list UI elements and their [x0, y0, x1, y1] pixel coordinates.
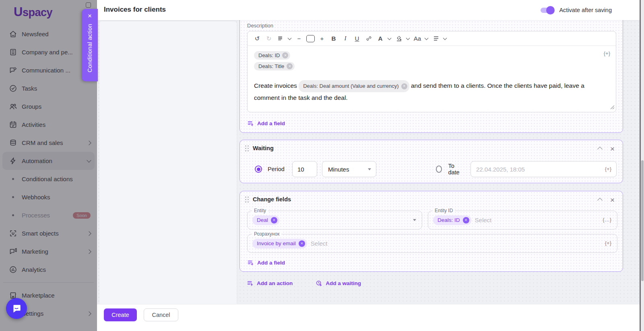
- insert-variable-token[interactable]: {…}: [603, 217, 611, 223]
- chat-widget-button[interactable]: [6, 298, 27, 319]
- toggle-knob: [546, 6, 555, 14]
- chevron-down-icon[interactable]: [443, 36, 447, 40]
- panel-footer: Create Cancel: [97, 304, 640, 331]
- add-field-icon: [247, 259, 254, 266]
- period-input[interactable]: [292, 161, 317, 177]
- app-root: Uspacy Newsfeed Company and pe... Commun…: [0, 0, 644, 331]
- add-waiting-button[interactable]: Add a waiting: [316, 280, 361, 287]
- close-card-button[interactable]: ×: [610, 145, 615, 153]
- tab-label: Conditional action: [87, 24, 93, 72]
- chip-label: Invoice by email: [257, 240, 296, 246]
- rich-text-editor[interactable]: ↺ ↻ − + B I U A: [247, 31, 616, 112]
- chevron-down-icon[interactable]: [406, 36, 410, 40]
- collapse-button[interactable]: [598, 145, 602, 151]
- add-field-label: Add a field: [257, 260, 285, 266]
- add-field-button[interactable]: Add a field: [247, 259, 285, 266]
- close-icon[interactable]: ×: [88, 12, 92, 21]
- chip-label: Deals: ID: [438, 217, 460, 223]
- create-button[interactable]: Create: [104, 308, 137, 321]
- link-icon[interactable]: [364, 33, 373, 44]
- list-icon[interactable]: [431, 33, 440, 44]
- text-case-button[interactable]: Aa: [413, 33, 422, 44]
- chevron-down-icon[interactable]: [425, 36, 429, 40]
- waiting-card: Waiting × Period Minutes: [239, 140, 623, 183]
- entity-id-chip[interactable]: Deals: ID×: [433, 215, 471, 225]
- to-date-radio[interactable]: [436, 166, 442, 173]
- undo-icon[interactable]: ↺: [253, 33, 262, 44]
- underline-button[interactable]: U: [353, 33, 361, 44]
- chip-label: Deals: Deal amount (Value and currency): [303, 81, 399, 91]
- change-fields-card: Change fields × Entity Deal× Entity ID D…: [239, 191, 623, 272]
- minus-button[interactable]: −: [295, 33, 303, 44]
- editor-content[interactable]: {+} Deals: ID× Deals: Title× Create invo…: [248, 46, 616, 112]
- resize-handle[interactable]: [610, 104, 615, 111]
- insert-variable-token[interactable]: {+}: [605, 166, 611, 172]
- add-action-button[interactable]: Add an action: [247, 280, 293, 287]
- chevron-down-icon[interactable]: [288, 36, 292, 40]
- drag-handle-icon[interactable]: [245, 197, 249, 203]
- calculation-chip[interactable]: Invoice by email×: [252, 239, 307, 248]
- chevron-down-icon[interactable]: [388, 36, 392, 40]
- select-caret-icon: [413, 219, 416, 221]
- to-date-label: To date: [448, 163, 464, 176]
- add-action-label: Add an action: [257, 280, 293, 286]
- add-field-button[interactable]: Add a field: [247, 120, 285, 127]
- paragraph-text: Create invoices: [254, 82, 299, 89]
- close-card-button[interactable]: ×: [610, 197, 615, 204]
- editor-paragraph: Create invoices Deals: Deal amount (Valu…: [254, 80, 609, 104]
- page-title: Invoices for clients: [104, 6, 166, 14]
- highlight-icon[interactable]: [394, 33, 403, 44]
- insert-variable-token[interactable]: {+}: [605, 240, 611, 246]
- drag-handle-icon[interactable]: [245, 145, 249, 151]
- conditions-blank-panel: [99, 21, 237, 304]
- period-radio[interactable]: [255, 166, 262, 173]
- redo-icon[interactable]: ↻: [264, 33, 273, 44]
- unit-value: Minutes: [328, 166, 349, 173]
- add-field-icon: [247, 120, 254, 127]
- scrollbar-thumb[interactable]: [641, 160, 644, 281]
- entity-id-select[interactable]: Entity ID Deals: ID× Select {…}: [428, 211, 617, 230]
- chip-remove-icon[interactable]: ×: [271, 217, 277, 223]
- variable-chip[interactable]: Deals: Title×: [254, 62, 295, 70]
- insert-variable-token[interactable]: {+}: [604, 50, 610, 56]
- close-icon: ×: [610, 145, 615, 153]
- bold-button[interactable]: B: [329, 33, 338, 44]
- cancel-button[interactable]: Cancel: [144, 308, 178, 321]
- variable-chip[interactable]: Deals: ID×: [254, 51, 290, 60]
- collapse-button[interactable]: [598, 197, 602, 202]
- italic-button[interactable]: I: [341, 33, 350, 44]
- chat-bubble-icon: [11, 303, 22, 314]
- chip-remove-icon[interactable]: ×: [282, 52, 288, 58]
- conditional-action-tab[interactable]: × Conditional action: [82, 9, 98, 81]
- activate-toggle[interactable]: [541, 8, 554, 13]
- chevron-up-icon: [597, 198, 603, 203]
- chip-remove-icon[interactable]: ×: [287, 63, 293, 69]
- chevron-up-icon: [597, 147, 603, 152]
- toggle-label: Activate after saving: [559, 7, 612, 13]
- close-icon: ×: [610, 197, 615, 204]
- select-placeholder: Select: [475, 217, 492, 223]
- card-title: Change fields: [253, 196, 291, 203]
- description-card: Description ↺ ↻ − + B I U A: [239, 20, 623, 133]
- description-field-label: Description: [247, 23, 273, 29]
- chip-label: Deals: Title: [258, 63, 284, 69]
- chip-remove-icon[interactable]: ×: [299, 240, 305, 247]
- select-placeholder: Select: [311, 240, 328, 247]
- chip-label: Deal: [257, 217, 268, 223]
- variable-chip[interactable]: Deals: Deal amount (Value and currency)×: [299, 80, 409, 92]
- entity-select[interactable]: Entity Deal×: [247, 211, 422, 230]
- add-field-label: Add a field: [257, 120, 285, 126]
- text-color-button[interactable]: A: [376, 33, 385, 44]
- date-input[interactable]: [471, 161, 617, 177]
- chip-remove-icon[interactable]: ×: [401, 83, 407, 89]
- panel-body: Description ↺ ↻ − + B I U A: [97, 20, 640, 304]
- calculation-select[interactable]: Розрахунок Invoice by email× Select {+}: [247, 234, 617, 253]
- entity-chip[interactable]: Deal×: [252, 215, 279, 225]
- add-waiting-label: Add a waiting: [326, 280, 361, 286]
- plus-button[interactable]: +: [318, 33, 326, 44]
- chip-remove-icon[interactable]: ×: [463, 217, 469, 223]
- font-size-box-icon[interactable]: [306, 35, 315, 42]
- unit-select[interactable]: Minutes: [322, 161, 376, 177]
- align-icon[interactable]: [276, 33, 285, 44]
- chip-label: Deals: ID: [258, 52, 280, 58]
